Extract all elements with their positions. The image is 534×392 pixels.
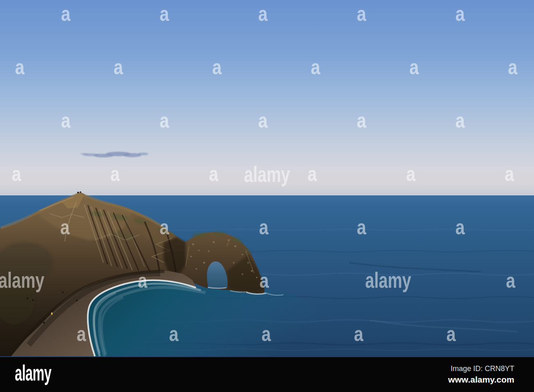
website-url: www.alamy.com [448,374,514,385]
watermark-glyph: a [61,109,71,132]
watermark-glyph: a [456,2,465,25]
watermark-glyph: a [169,323,179,346]
watermark-word: alamy [365,268,411,292]
watermark-glyph: a [15,56,25,79]
watermark-glyph: a [447,323,456,346]
watermark-glyph: a [77,323,87,346]
watermark-glyph: a [406,163,416,186]
watermark-glyph: a [505,163,515,186]
watermark-glyph: a [456,109,465,132]
watermark-glyph: a [506,269,516,292]
watermark-glyph: a [357,109,367,132]
watermark-glyph: a [160,216,170,239]
watermark-bar: alamy Image ID: CRN8YT www.alamy.com [0,357,534,392]
watermark-glyph: a [357,216,367,239]
watermark-glyph: a [508,56,518,79]
image-meta: Image ID: CRN8YT www.alamy.com [448,364,514,385]
photo: aaaaaaaaaaaaaaaaaaaaaaaaaaaaaaaaaaaalamy… [0,0,534,357]
watermark-glyph: a [260,269,269,292]
image-id: Image ID: CRN8YT [448,364,514,374]
watermark-glyph: a [60,216,70,239]
watermark-glyph: a [258,109,268,132]
watermark-glyph: a [212,56,222,79]
watermark-glyph: a [61,2,71,25]
alamy-logo: alamy [15,362,51,388]
watermark-glyph: a [311,56,321,79]
watermark-glyph: a [308,163,318,186]
watermark-glyph: a [456,216,465,239]
watermark-glyph: a [258,2,268,25]
watermark-glyph: a [110,163,120,186]
watermark-glyph: a [262,323,272,346]
watermark-glyph: a [410,56,419,79]
watermark-word: alamy [244,162,290,186]
watermark-glyph: a [12,163,22,186]
watermark-glyph: a [209,163,219,186]
watermark-glyph: a [114,56,124,79]
watermark-glyph: a [357,2,367,25]
watermark-glyph: a [160,109,170,132]
watermark-glyph: a [138,269,148,292]
watermark-glyph: a [259,216,269,239]
watermark-glyph: a [160,2,170,25]
watermark-glyph: a [354,323,364,346]
stock-photo-preview: aaaaaaaaaaaaaaaaaaaaaaaaaaaaaaaaaaaalamy… [0,0,534,392]
watermark-word: alamy [0,268,44,292]
